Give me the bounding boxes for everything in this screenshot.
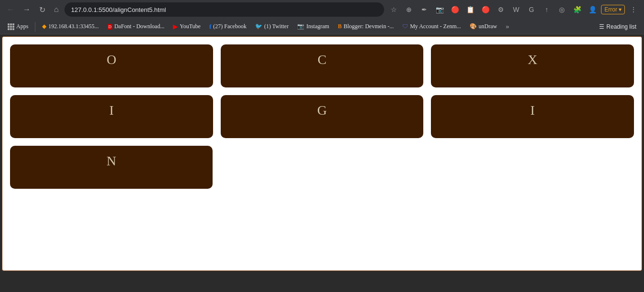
back-button[interactable]: ← [4,3,17,16]
page-content: O C X I G I N [2,36,642,271]
box-G: G [221,95,424,138]
box-N-letter: N [107,153,116,169]
blogger-label: Blogger: Devmein -... [343,23,394,30]
box-X-letter: X [528,52,537,67]
blogger-favicon: B [338,23,342,30]
box-G-letter: G [317,103,327,118]
zenm-label: My Account - Zenm... [410,23,461,30]
extension-icon-12[interactable]: 🧩 [570,3,584,16]
box-I2-letter: I [530,103,535,118]
refresh-button[interactable]: ↻ [36,3,48,16]
instagram-label: Instagram [306,23,329,30]
dafont-label: DaFont - Download... [114,23,164,30]
box-C-letter: C [318,52,327,67]
more-button[interactable]: ⋮ [627,3,640,16]
extension-icon-6[interactable]: 🔴 [479,3,492,16]
apps-label: Apps [16,23,28,30]
browser-chrome: ← → ↻ ⌂ ☆ ⊕ ✒ 📷 🔴 📋 🔴 ⚙ W G ↑ ◎ 🧩 👤 Erro… [0,0,644,34]
box-O: O [10,44,213,87]
extension-icon-1[interactable]: ⊕ [402,3,416,16]
box-C: C [221,44,424,87]
box-O-letter: O [107,52,116,67]
local-favicon: ◆ [42,23,46,30]
bookmark-local-server[interactable]: ◆ 192.168.43.1:33455... [38,22,102,32]
profile-icon[interactable]: 👤 [586,3,599,16]
box-I2: I [431,95,634,138]
reading-list-icon: ☰ [599,23,604,30]
box-row-1: O C X [10,44,634,87]
bookmarks-bar: Apps ◆ 192.168.43.1:33455... D DaFont - … [0,19,644,34]
error-chevron: ▾ [619,6,622,13]
box-N: N [10,146,213,189]
error-button[interactable]: Error ▾ [601,5,625,14]
dafont-favicon: D [107,24,113,30]
facebook-label: (27) Facebook [213,23,247,30]
extension-icon-2[interactable]: ✒ [418,3,431,16]
more-bookmarks-button[interactable]: » [503,22,512,32]
bookmark-zenm[interactable]: 🛡 My Account - Zenm... [398,22,465,32]
box-X: X [431,44,634,87]
instagram-favicon: 📷 [297,23,304,30]
bookmark-apps[interactable]: Apps [4,22,32,32]
bookmark-icon[interactable]: ☆ [387,3,400,16]
extension-icon-3[interactable]: 📷 [433,3,446,16]
extension-icon-11[interactable]: ◎ [555,3,569,16]
extension-icon-7[interactable]: ⚙ [494,3,507,16]
bookmark-blogger[interactable]: B Blogger: Devmein -... [334,22,397,32]
undraw-label: unDraw [479,23,497,30]
youtube-label: YouTube [180,23,201,30]
apps-grid-icon [8,23,14,30]
extension-icon-9[interactable]: G [525,3,538,16]
reading-list-button[interactable]: ☰ Reading list [595,22,640,32]
box-I1-letter: I [109,103,114,118]
address-bar[interactable] [64,2,385,17]
twitter-favicon: 🐦 [255,23,262,30]
bookmark-dafont[interactable]: D DaFont - Download... [104,22,169,32]
bookmark-twitter[interactable]: 🐦 (1) Twitter [251,22,292,32]
reading-list-label: Reading list [606,23,636,30]
local-server-label: 192.168.43.1:33455... [48,23,98,30]
twitter-label: (1) Twitter [264,23,289,30]
bookmark-instagram[interactable]: 📷 Instagram [293,22,333,32]
bookmark-undraw[interactable]: 🎨 unDraw [466,22,501,32]
facebook-favicon: f [209,23,211,31]
youtube-favicon: ▶ [173,23,178,31]
bookmark-facebook[interactable]: f (27) Facebook [205,22,250,32]
box-row-2: I G I [10,95,634,138]
home-button[interactable]: ⌂ [51,3,62,16]
bookmark-divider [35,22,35,32]
forward-button[interactable]: → [20,3,33,16]
extension-icon-10[interactable]: ↑ [540,3,553,16]
extension-icon-4[interactable]: 🔴 [448,3,462,16]
box-I1: I [10,95,213,138]
undraw-favicon: 🎨 [470,23,477,30]
nav-icons: ☆ ⊕ ✒ 📷 🔴 📋 🔴 ⚙ W G ↑ ◎ 🧩 👤 Error ▾ ⋮ [387,3,640,16]
box-row-3: N [10,146,634,189]
nav-bar: ← → ↻ ⌂ ☆ ⊕ ✒ 📷 🔴 📋 🔴 ⚙ W G ↑ ◎ 🧩 👤 Erro… [0,0,644,19]
bookmark-youtube[interactable]: ▶ YouTube [169,22,204,32]
extension-icon-5[interactable]: 📋 [463,3,477,16]
extension-icon-8[interactable]: W [509,3,523,16]
zenm-favicon: 🛡 [402,23,408,30]
error-label: Error [604,6,617,13]
